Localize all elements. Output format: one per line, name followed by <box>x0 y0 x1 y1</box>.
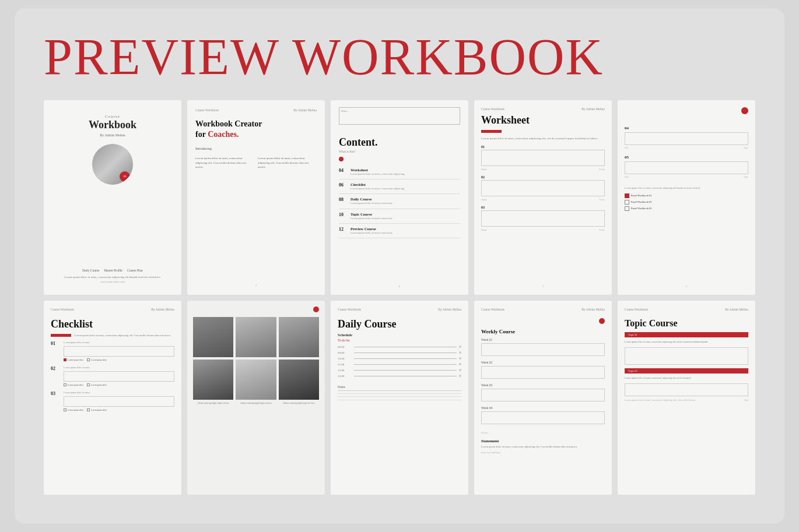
time-line <box>354 358 457 359</box>
cover-footer: Lorem ipsum dolor sit amet, consectetur … <box>64 276 161 279</box>
photo-2 <box>236 317 276 357</box>
mini-item: Lorem ipsum dolor <box>64 383 83 386</box>
cover-url: www.your-store.com <box>64 280 161 283</box>
cover-links-row: Daily Course Master Profile Course Plan <box>64 269 161 272</box>
page-num: 0 <box>339 281 460 288</box>
card-checklist: Course Workbook By Adrián Melina Checkli… <box>44 301 181 495</box>
schedule-label: Schedule <box>338 333 461 337</box>
mini-item: Lorem ipsum dolor <box>87 358 107 361</box>
checklist-item-3: 03 Lorem ipsum dolor sit amet. Lorem ips… <box>51 391 174 411</box>
worksheet-item-2: 02 Name Focus <box>481 175 605 201</box>
weekly-row-2: Week 02 <box>481 361 605 379</box>
page-title: PREVIEW WORKBOOK <box>44 31 755 83</box>
card-header-left: Course Workbook <box>51 308 74 311</box>
time-line <box>354 376 457 376</box>
checklist-intro: Lorem ipsum dolor sit amet, consectetur … <box>75 334 171 338</box>
label-topic: Topic <box>744 147 748 149</box>
card-worksheet: Course Workbook By Adrián Melina Workshe… <box>474 100 612 295</box>
checklist-item-1: 01 Lorem ipsum dolor sit amet. Lorem ips… <box>51 341 174 361</box>
cover-title: Workbook <box>89 119 136 131</box>
bottom-left: Lorem ipsum dolor sit amet, consectetur … <box>625 399 695 401</box>
photo-4 <box>193 360 233 400</box>
item-box <box>64 396 174 407</box>
statement: Statement Lorem ipsum dolor sit amet, co… <box>481 439 605 455</box>
caption-1: Adrián rendering highly high-tech here <box>193 402 233 404</box>
creator-col-2: Lorem ipsum dolor sit amet, consectetur … <box>258 156 317 170</box>
note-line <box>338 396 461 397</box>
item-desc: Lorem ipsum dolor sit amet consectetur. <box>351 217 460 220</box>
mini-items: Lorem ipsum dolor Lorem ipsum dolor <box>64 358 174 361</box>
time-dot <box>459 357 461 360</box>
card-header-right: By Adrián Melina <box>151 308 174 311</box>
note-line <box>338 393 461 394</box>
contents-red-dot <box>339 157 344 161</box>
item-content: Lorem ipsum dolor sit amet. Lorem ipsum … <box>64 341 174 361</box>
notes-label: Notes <box>338 385 461 389</box>
check-label: Panel Workbook 02 <box>631 200 652 203</box>
time-line <box>354 347 457 347</box>
note-line <box>338 400 461 400</box>
input-box <box>481 210 605 227</box>
time-row-1: 08:00 <box>338 346 461 348</box>
label-left: Name <box>481 198 487 201</box>
item-text: Lorem ipsum dolor sit amet. <box>64 366 174 369</box>
mini-check <box>64 358 66 361</box>
row-labels: Note Topic <box>625 176 748 178</box>
row-labels: Note Topic <box>625 147 748 149</box>
item-num: 03 <box>481 206 605 209</box>
worksheet-item-3: 03 Name Focus <box>481 206 605 231</box>
label-note: Note <box>625 176 629 178</box>
daily-title: Daily Course <box>338 318 461 330</box>
creator-red: Coaches. <box>208 130 239 139</box>
mini-items: Lorem ipsum dolor Lorem ipsum dolor <box>64 408 174 411</box>
more-label: more text add here <box>481 451 605 454</box>
contents-sub: What is this? <box>339 150 460 153</box>
mini-items: Lorem ipsum dolor Lorem ipsum dolor <box>64 383 174 386</box>
worksheet-header-left: Course Workbook <box>481 107 504 111</box>
weekly-title: Weekly Course <box>481 329 605 334</box>
contents-note-box: Note... <box>339 107 460 125</box>
item-desc: Lorem ipsum dolor sit amet, consectetur … <box>351 172 460 176</box>
label-right: Focus <box>599 228 605 231</box>
numbered-text: Lorem ipsum dolor sit amet, consectetur … <box>625 186 748 190</box>
mini-label: Lorem ipsum dolor <box>68 384 83 386</box>
time-dot <box>459 363 461 365</box>
card-header-right: By Adrián Melina <box>581 308 605 311</box>
card-contents: Note... Content. What is this? 04 Worksh… <box>331 100 468 295</box>
mini-label: Lorem ipsum dolor <box>91 409 107 411</box>
item-info: Topic Course Lorem ipsum dolor sit amet … <box>349 212 460 220</box>
card-header-right: By Adrián Melina <box>725 308 748 311</box>
checklist-title: Checklist <box>51 318 174 330</box>
time-dot <box>459 351 461 354</box>
section-box <box>625 132 748 145</box>
time-3: 10:00 <box>338 357 354 360</box>
numbered-section-04: 04 Note Topic <box>625 126 748 149</box>
item-num: 03 <box>51 391 60 411</box>
label-left: Name <box>481 168 487 171</box>
card-header: Course Workbook By Adrián Melina <box>481 308 605 311</box>
time-dot <box>459 375 461 377</box>
item-text: Lorem ipsum dolor sit amet. <box>64 341 174 344</box>
mini-label: Lorem ipsum dolor <box>91 359 107 361</box>
week-box <box>481 343 605 356</box>
numbered-section-05: 05 Note Topic <box>625 155 748 178</box>
cover-links: Daily Course Master Profile Course Plan … <box>64 269 161 283</box>
section-box <box>625 161 748 174</box>
weekly-row-1: Week 01 <box>481 338 605 356</box>
input-labels: Name Focus <box>481 198 605 201</box>
notes-lines <box>338 390 461 403</box>
item-info: Preview Course Lorem ipsum dolor sit ame… <box>349 227 460 235</box>
card-header-left: Course Workbook <box>625 308 648 311</box>
topic-btn-2: Topic 02 <box>625 368 748 374</box>
mini-item: Lorem ipsum dolor <box>64 408 83 411</box>
check-box <box>625 200 629 205</box>
topic-box-1 <box>625 347 748 365</box>
photos-grid <box>193 317 319 400</box>
time-row-5: 12:00 <box>338 369 461 372</box>
input-box <box>481 150 605 166</box>
page-num: 5 <box>481 281 605 288</box>
cover-link-2: Master Profile <box>104 269 122 272</box>
card-header: Course Workbook By Adrián Melina <box>51 308 174 311</box>
item-desc: Lorem ipsum dolor sit amet consectetur. <box>351 231 460 235</box>
worksheet-title: Worksheet <box>481 114 605 126</box>
